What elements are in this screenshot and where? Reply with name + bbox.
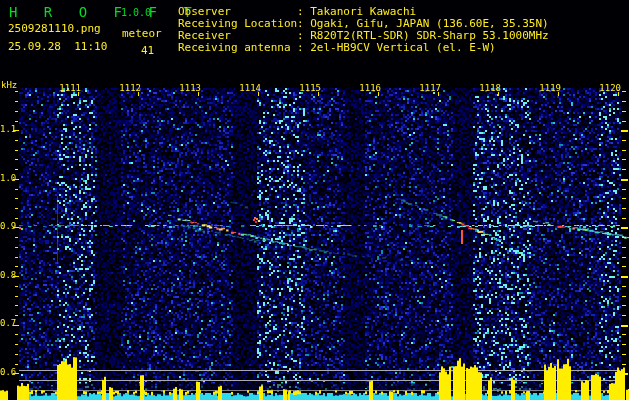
time-tick-label: 1119	[531, 83, 561, 93]
app-version: 1.0.0	[121, 7, 151, 18]
observer-info-table: Observer: Takanori Kawachi Receiving Loc…	[178, 6, 549, 54]
mode-label: meteor	[122, 27, 162, 40]
freq-tick-label: 0.7	[0, 318, 15, 328]
hrofft-screen: H R O F F T 1.0.0 2509281110.png meteor …	[0, 0, 629, 400]
info-colon: :	[297, 42, 310, 54]
time-tick-label: 1115	[291, 83, 321, 93]
app-title: H R O F F T	[9, 4, 201, 20]
output-filename: 2509281110.png	[8, 22, 101, 35]
spectrogram-canvas	[0, 0, 629, 400]
info-label: Receiving antenna	[178, 42, 297, 54]
time-tick-label: 1114	[231, 83, 261, 93]
time-tick-label: 1113	[171, 83, 201, 93]
info-value: 2el-HB9CV Vertical (el. E-W)	[310, 42, 495, 54]
freq-axis-unit: kHz	[1, 80, 17, 90]
echo-count: 41	[141, 44, 154, 57]
time-tick-label: 1117	[411, 83, 441, 93]
time-tick-label: 1116	[351, 83, 381, 93]
freq-tick-label: 0.8	[0, 270, 15, 280]
freq-tick-label: 0.6	[0, 367, 15, 377]
info-row-antenna: Receiving antenna: 2el-HB9CV Vertical (e…	[178, 42, 549, 54]
freq-tick-label: 1.1	[0, 124, 15, 134]
time-tick-label: 1120	[591, 83, 621, 93]
time-tick-label: 1112	[111, 83, 141, 93]
date-time: 25.09.28 11:10	[8, 40, 107, 53]
time-tick-label: 1111	[51, 83, 81, 93]
time-tick-label: 1118	[471, 83, 501, 93]
freq-tick-label: 1.0	[0, 173, 15, 183]
freq-tick-label: 0.9	[0, 221, 15, 231]
